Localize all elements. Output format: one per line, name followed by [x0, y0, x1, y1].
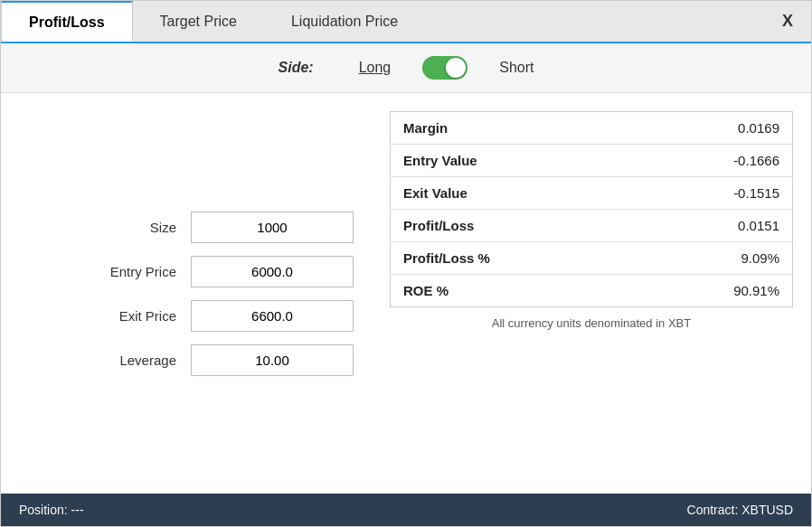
result-value: 90.91%	[636, 275, 792, 307]
table-row: Entry Value-0.1666	[391, 145, 793, 177]
toggle-thumb	[446, 58, 466, 78]
result-label: ROE %	[391, 275, 637, 307]
toggle-track[interactable]	[422, 56, 467, 80]
calculator-container: Profit/Loss Target Price Liquidation Pri…	[0, 0, 812, 527]
results-panel: Margin0.0169Entry Value-0.1666Exit Value…	[381, 102, 811, 485]
entry-price-input[interactable]	[191, 256, 354, 287]
tab-profit-loss[interactable]: Profit/Loss	[1, 1, 133, 42]
table-row: Profit/Loss0.0151	[391, 210, 793, 242]
table-row: Margin0.0169	[391, 112, 793, 145]
form-panel: Size Entry Price Exit Price Leverage	[1, 102, 381, 485]
leverage-input[interactable]	[191, 344, 354, 376]
size-row: Size	[28, 212, 354, 243]
currency-note: All currency units denominated in XBT	[390, 316, 793, 330]
entry-price-row: Entry Price	[28, 256, 354, 287]
result-label: Profit/Loss	[391, 210, 637, 242]
leverage-row: Leverage	[28, 344, 354, 376]
tab-liquidation-price[interactable]: Liquidation Price	[264, 1, 425, 42]
entry-price-label: Entry Price	[95, 264, 176, 279]
result-value: -0.1666	[636, 145, 792, 177]
result-value: 0.0151	[636, 210, 792, 242]
table-row: Exit Value-0.1515	[391, 177, 793, 210]
side-row: Side: Long Short	[1, 43, 811, 93]
side-label: Side:	[279, 60, 314, 76]
exit-price-input[interactable]	[191, 300, 354, 332]
leverage-label: Leverage	[95, 353, 176, 368]
footer: Position: --- Contract: XBTUSD	[1, 494, 811, 526]
result-label: Entry Value	[391, 145, 637, 177]
long-option[interactable]: Long	[359, 60, 392, 76]
table-row: Profit/Loss %9.09%	[391, 242, 793, 275]
tab-target-price[interactable]: Target Price	[133, 1, 264, 42]
size-label: Size	[95, 220, 176, 235]
exit-price-row: Exit Price	[28, 300, 354, 332]
size-input[interactable]	[191, 212, 354, 243]
tab-bar: Profit/Loss Target Price Liquidation Pri…	[1, 1, 811, 43]
table-row: ROE %90.91%	[391, 275, 793, 307]
result-label: Exit Value	[391, 177, 637, 210]
side-toggle[interactable]	[422, 56, 467, 80]
results-table: Margin0.0169Entry Value-0.1666Exit Value…	[390, 111, 793, 307]
result-value: 9.09%	[636, 242, 792, 275]
result-value: -0.1515	[636, 177, 792, 210]
result-label: Margin	[391, 112, 637, 145]
close-button[interactable]: X	[764, 1, 811, 42]
main-content: Size Entry Price Exit Price Leverage Mar…	[1, 93, 811, 494]
result-value: 0.0169	[636, 112, 792, 145]
contract-label: Contract: XBTUSD	[687, 503, 793, 517]
result-label: Profit/Loss %	[391, 242, 637, 275]
exit-price-label: Exit Price	[95, 308, 176, 324]
position-label: Position: ---	[19, 503, 84, 517]
short-option[interactable]: Short	[499, 60, 533, 76]
